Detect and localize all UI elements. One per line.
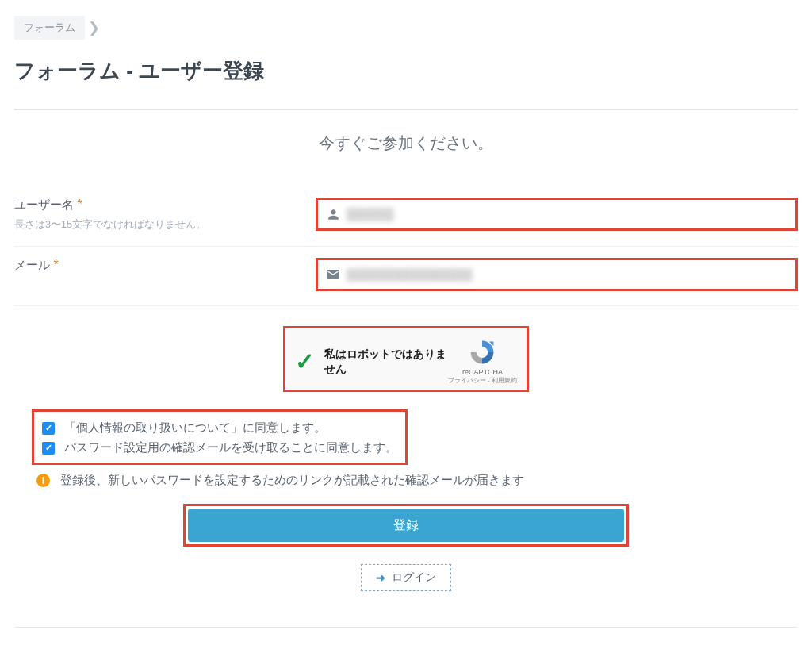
divider — [14, 109, 798, 110]
checkbox-email-confirm-label: パスワード設定用の確認メールを受け取ることに同意します。 — [64, 440, 397, 455]
recaptcha-links[interactable]: プライバシー - 利用規約 — [448, 376, 517, 385]
page-subtitle: 今すぐご参加ください。 — [14, 132, 798, 154]
bottom-divider — [14, 627, 798, 628]
required-mark: * — [53, 258, 58, 271]
info-text: 登録後、新しいパスワードを設定するためのリンクが記載された確認メールが届きます — [60, 473, 524, 488]
email-value-redacted: ████████████████ — [347, 268, 473, 281]
checkbox-checked-icon: ✓ — [42, 442, 55, 455]
form-row-email: メール * ████████████████ — [14, 250, 798, 306]
chevron-right-icon: ❯ — [88, 19, 100, 36]
checkbox-checked-icon: ✓ — [42, 422, 55, 435]
checkbox-privacy[interactable]: ✓ 「個人情報の取り扱いについて」に同意します。 — [42, 418, 397, 438]
breadcrumb-item-forum[interactable]: フォーラム — [14, 16, 85, 40]
username-value-redacted: ██████ — [347, 208, 394, 221]
checkmark-icon: ✓ — [295, 347, 315, 375]
recaptcha-logo-icon — [468, 338, 496, 367]
consent-checkboxes: ✓ 「個人情報の取り扱いについて」に同意します。 ✓ パスワード設定用の確認メー… — [32, 409, 408, 465]
info-icon: i — [36, 474, 50, 487]
user-icon — [324, 209, 342, 221]
breadcrumb: フォーラム ❯ — [14, 16, 100, 40]
page-title: フォーラム - ユーザー登録 — [14, 57, 798, 85]
required-mark: * — [77, 198, 82, 211]
username-hint: 長さは3〜15文字でなければなりません。 — [14, 218, 316, 232]
recaptcha-brand: reCAPTCHA — [448, 368, 517, 376]
login-link[interactable]: ➜ ログイン — [361, 564, 451, 591]
login-arrow-icon: ➜ — [376, 571, 385, 584]
recaptcha-label: 私はロボットではありません — [324, 347, 448, 375]
register-button[interactable]: 登録 — [188, 509, 624, 542]
checkbox-email-confirm[interactable]: ✓ パスワード設定用の確認メールを受け取ることに同意します。 — [42, 438, 397, 458]
info-note: i 登録後、新しいパスワードを設定するためのリンクが記載された確認メールが届きま… — [36, 473, 798, 488]
checkbox-privacy-label: 「個人情報の取り扱いについて」に同意します。 — [64, 420, 326, 436]
register-button-highlight: 登録 — [183, 504, 629, 547]
login-label: ログイン — [392, 570, 436, 585]
username-label: ユーザー名 — [14, 198, 74, 211]
email-input-wrap[interactable]: ████████████████ — [316, 258, 798, 291]
form-row-username: ユーザー名 * 長さは3〜15文字でなければなりません。 ██████ — [14, 190, 798, 247]
username-input-wrap[interactable]: ██████ — [316, 198, 798, 231]
envelope-icon — [324, 270, 342, 279]
email-label: メール — [14, 258, 50, 271]
recaptcha-box[interactable]: ✓ 私はロボットではありません reCAPTCHA プライバシー - 利用規約 — [283, 326, 529, 392]
